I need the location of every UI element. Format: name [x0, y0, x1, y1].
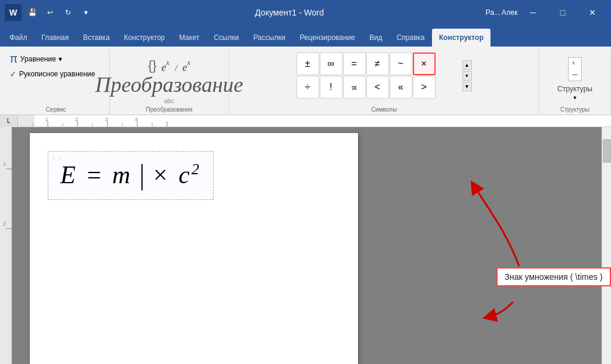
tab-file[interactable]: Файл: [2, 29, 35, 47]
window-title: Документ1 - Word: [93, 8, 486, 17]
sym-much-less[interactable]: «: [390, 76, 412, 98]
svg-text:1: 1: [45, 116, 48, 122]
word-logo: W: [5, 4, 21, 21]
redo-button[interactable]: ↻: [61, 5, 75, 20]
tab-review[interactable]: Рецензирование: [292, 29, 362, 47]
equation-box[interactable]: ⋮⋮ E = m × c2: [48, 151, 214, 200]
eq-c: c: [178, 161, 192, 189]
sym-scroll: ▲ ▾ ▼: [462, 60, 472, 91]
tab-design[interactable]: Конструктор: [117, 29, 172, 47]
structures-icon: x ─: [568, 57, 582, 81]
tab-references[interactable]: Ссылки: [206, 29, 246, 47]
customize-button[interactable]: ▾: [79, 5, 93, 20]
structures-dropdown-icon: ▾: [573, 94, 576, 101]
sym-scroll-up[interactable]: ▲: [462, 60, 472, 70]
maximize-button[interactable]: □: [549, 0, 576, 25]
sym-scroll-down[interactable]: ▼: [462, 82, 472, 91]
close-button[interactable]: ✕: [579, 0, 606, 25]
eq-m: m: [112, 161, 132, 189]
document-page: ⋮⋮ E = m × c2: [30, 133, 358, 364]
equation-dropdown-icon: ▾: [58, 55, 62, 63]
svg-text:4: 4: [135, 116, 138, 122]
title-bar: W 💾 ↩ ↻ ▾ Документ1 - Word Ра... Алек ─ …: [0, 0, 611, 25]
structures-button[interactable]: x ─ Структуры ▾: [553, 55, 597, 103]
scrollbar-vertical[interactable]: [601, 127, 611, 364]
sym-proportional[interactable]: ∝: [343, 76, 366, 98]
profile-button[interactable]: Алек: [502, 5, 517, 20]
sym-factorial[interactable]: !: [320, 76, 342, 98]
transform-content: {} ex / ex Преобразование abc: [115, 50, 224, 105]
ruler-body: 1 2 3 4: [18, 115, 611, 127]
scrollbar-thumb[interactable]: [603, 139, 611, 163]
tab-insert[interactable]: Вставка: [76, 29, 117, 47]
tooltip-box: Знак умножения ( \times ): [496, 267, 611, 286]
eq-E: E: [60, 161, 78, 189]
symbols-group-label: Символы: [234, 105, 534, 115]
symbols-group: ± ∞ = ≠ ~ × ÷ ! ∝ < « > ▲ ▾ ▼ Символы: [229, 49, 539, 115]
transform-big-formula: Преобразование: [95, 72, 243, 97]
sym-less[interactable]: <: [366, 76, 389, 98]
equation-button[interactable]: π Уравнение ▾: [7, 50, 64, 67]
eq-cursor: [141, 164, 143, 190]
vertical-ruler: 1 2: [0, 127, 12, 364]
v-ruler-ticks: 1 2: [0, 127, 12, 364]
svg-text:2: 2: [3, 221, 6, 227]
eq-times: ×: [152, 161, 178, 189]
equation-handle: ⋮⋮: [51, 154, 63, 161]
tab-help[interactable]: Справка: [390, 29, 432, 47]
service-group: π Уравнение ▾ ✓ Рукописное уравнение Сер…: [2, 49, 110, 115]
braces-icon: {}: [148, 58, 157, 73]
ribbon: π Уравнение ▾ ✓ Рукописное уравнение Сер…: [0, 47, 611, 115]
transform-abc: abc: [164, 97, 175, 104]
sym-division[interactable]: ÷: [297, 76, 319, 98]
sym-equals[interactable]: =: [343, 53, 366, 75]
sym-greater[interactable]: >: [413, 76, 436, 98]
ruler-ticks: 1 2 3 4: [18, 115, 611, 127]
tab-view[interactable]: Вид: [362, 29, 390, 47]
equation-label: Уравнение: [20, 55, 56, 63]
ribbon-display-button[interactable]: Ра...: [486, 5, 500, 20]
save-button[interactable]: 💾: [25, 5, 39, 20]
eq-power: 2: [192, 161, 201, 178]
symbols-grid: ± ∞ = ≠ ~ × ÷ ! ∝ < « >: [297, 53, 459, 98]
sym-infinity[interactable]: ∞: [320, 53, 342, 75]
checkmark-icon: ✓: [10, 69, 17, 79]
equation-content: E = m × c2: [60, 161, 201, 190]
tab-layout[interactable]: Макет: [172, 29, 206, 47]
handwrite-label: Рукописное уравнение: [19, 70, 95, 78]
service-group-label: Сервис: [7, 105, 104, 115]
eq-equals: =: [85, 161, 112, 189]
svg-text:1: 1: [3, 161, 6, 167]
transform-group: {} ex / ex Преобразование abc Преобразов…: [110, 49, 229, 115]
tab-constructor[interactable]: Конструктор: [432, 29, 491, 47]
structures-group: x ─ Структуры ▾ Структуры: [539, 49, 611, 115]
service-group-content: π Уравнение ▾ ✓ Рукописное уравнение: [7, 50, 104, 105]
ribbon-tabs: Файл Главная Вставка Конструктор Макет С…: [0, 25, 611, 47]
handwrite-button[interactable]: ✓ Рукописное уравнение: [7, 67, 97, 81]
pi-icon: π: [10, 52, 18, 66]
transform-group-label: Преобразования: [115, 105, 224, 115]
tab-mailings[interactable]: Рассылки: [246, 29, 292, 47]
sym-multiplication[interactable]: ×: [413, 53, 436, 75]
minimize-button[interactable]: ─: [519, 0, 547, 25]
title-bar-right: Ра... Алек ─ □ ✕: [486, 0, 606, 25]
sym-not-equals[interactable]: ≠: [366, 53, 389, 75]
sym-plus-minus[interactable]: ±: [297, 53, 319, 75]
svg-text:2: 2: [75, 116, 78, 122]
document-area: 1 2 ⋮⋮ E = m × c2 Знак умножения ( \time…: [0, 127, 611, 364]
ruler: L 1 2 3 4: [0, 115, 611, 127]
svg-text:3: 3: [105, 116, 108, 122]
sym-scroll-more[interactable]: ▾: [462, 71, 472, 81]
tab-home[interactable]: Главная: [35, 29, 76, 47]
sym-tilde[interactable]: ~: [390, 53, 412, 75]
title-bar-left: W 💾 ↩ ↻ ▾: [5, 4, 93, 21]
structures-label: Структуры: [557, 85, 593, 93]
ruler-corner: L: [0, 115, 18, 127]
undo-button[interactable]: ↩: [43, 5, 57, 20]
structures-group-label: Структуры: [544, 105, 606, 115]
